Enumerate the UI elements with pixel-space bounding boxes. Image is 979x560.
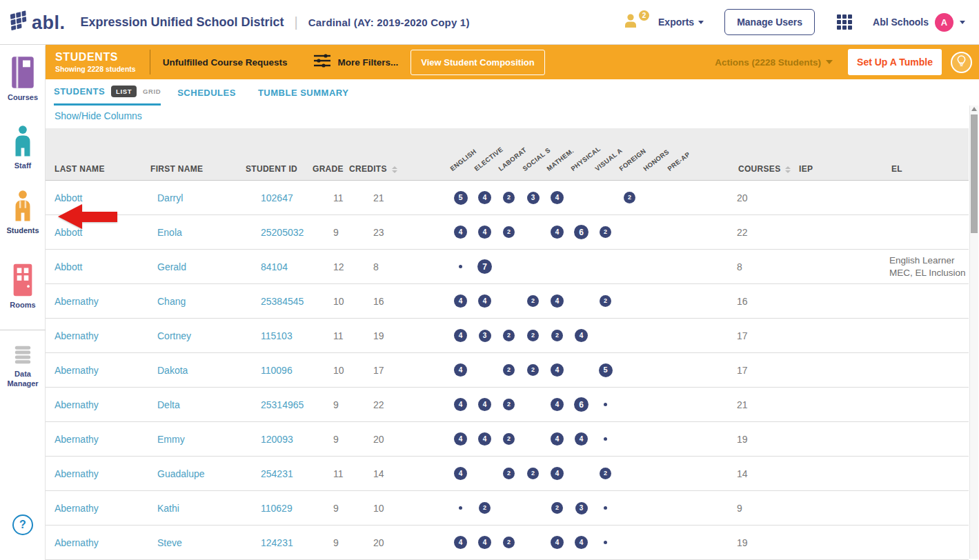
student-id-link[interactable]: 84104 xyxy=(246,261,313,272)
student-last-name-link[interactable]: Abernathy xyxy=(55,399,150,410)
sidebar-item-courses[interactable]: Courses xyxy=(0,54,46,102)
student-id-link[interactable]: 124231 xyxy=(246,537,313,548)
tips-button[interactable] xyxy=(951,52,972,73)
course-count-badge: 4 xyxy=(454,432,467,446)
red-arrow-shaft xyxy=(82,212,117,222)
subject-column-header[interactable]: VISUAL A xyxy=(593,128,617,174)
student-first-name-link[interactable]: Guadalupe xyxy=(150,468,246,479)
student-last-name-link[interactable]: Abernathy xyxy=(55,296,150,307)
student-id-link[interactable]: 25314965 xyxy=(246,399,313,410)
table-row: AbbottGerald8410412878English Learner ME… xyxy=(46,250,969,284)
course-count-badge: 4 xyxy=(551,398,564,411)
student-last-name-link[interactable]: Abbott xyxy=(55,261,150,272)
manage-users-button[interactable]: Manage Users xyxy=(724,9,815,35)
student-first-name-link[interactable]: Emmy xyxy=(150,434,246,445)
student-last-name-link[interactable]: Abernathy xyxy=(55,365,150,376)
course-count-badge: 2 xyxy=(527,468,539,479)
sidebar-item-data-manager[interactable]: Data Manager xyxy=(0,343,46,389)
subject-column-header[interactable]: HONORS xyxy=(642,128,666,174)
column-header-el[interactable]: EL xyxy=(880,164,969,174)
scrollbar-thumb[interactable] xyxy=(971,114,978,233)
apps-grid-icon[interactable] xyxy=(837,14,852,30)
table-row: AbernathyEmmy1200939204424419 xyxy=(46,422,969,457)
course-dot xyxy=(459,265,462,268)
subject-column-header[interactable]: PHYSICAL xyxy=(569,128,593,174)
course-count-badge: 4 xyxy=(551,536,564,549)
school-year-label[interactable]: Cardinal (AY: 2019-2020 Copy 1) xyxy=(308,17,470,28)
sidebar-item-rooms[interactable]: Rooms xyxy=(0,262,46,310)
more-filters-control[interactable]: More Filters... xyxy=(313,53,398,71)
student-first-name-link[interactable]: Dakota xyxy=(150,365,246,376)
pending-users-indicator[interactable]: 2 xyxy=(624,13,640,31)
course-count-badge: 4 xyxy=(478,294,491,308)
student-id-link[interactable]: 25384545 xyxy=(246,296,313,307)
student-last-name-link[interactable]: Abernathy xyxy=(55,468,150,479)
help-button[interactable]: ? xyxy=(12,514,33,535)
student-id-link[interactable]: 102647 xyxy=(246,192,313,203)
tab-tumble-summary[interactable]: TUMBLE SUMMARY xyxy=(258,79,348,106)
district-name: Expression Unified School District xyxy=(81,15,284,30)
course-count-badge: 4 xyxy=(454,363,467,377)
account-menu[interactable]: Abl Schools A xyxy=(873,13,965,32)
column-header-iep[interactable]: IEP xyxy=(790,164,880,174)
student-first-name-link[interactable]: Steve xyxy=(150,537,246,548)
chevron-down-icon xyxy=(826,60,833,64)
show-hide-columns-link[interactable]: Show/Hide Columns xyxy=(55,110,142,121)
sidebar-item-students[interactable]: Students xyxy=(0,188,46,235)
column-header-grade[interactable]: GRADE xyxy=(313,164,349,174)
student-id-link[interactable]: 25205032 xyxy=(246,227,313,238)
sidebar-item-staff[interactable]: Staff xyxy=(0,123,46,170)
subject-column-header[interactable]: ELECTIVE xyxy=(473,128,497,174)
table-row: AbernathyDelta253149659224424621 xyxy=(46,388,969,422)
student-id-link[interactable]: 254231 xyxy=(246,468,313,479)
student-first-name-link[interactable]: Enola xyxy=(150,227,246,238)
course-count-badge: 4 xyxy=(478,432,491,446)
student-courses-count: 21 xyxy=(690,399,790,410)
student-id-link[interactable]: 115103 xyxy=(246,330,313,341)
actions-dropdown[interactable]: Actions (2228 Students) xyxy=(715,57,833,68)
abl-logo[interactable]: abl. xyxy=(8,10,66,34)
tab-schedules[interactable]: SCHEDULES xyxy=(177,79,236,106)
course-count-badge: 3 xyxy=(479,330,491,342)
student-last-name-link[interactable]: Abernathy xyxy=(55,503,150,514)
student-last-name-link[interactable]: Abbott xyxy=(55,192,150,203)
student-last-name-link[interactable]: Abernathy xyxy=(55,537,150,548)
student-first-name-link[interactable]: Cortney xyxy=(150,330,246,341)
student-last-name-link[interactable]: Abernathy xyxy=(55,330,150,341)
subject-column-header[interactable]: LABORAT xyxy=(497,128,521,174)
student-credits: 19 xyxy=(349,330,390,341)
tab-students[interactable]: STUDENTS LIST GRID xyxy=(54,79,161,106)
subject-badges: 44246 xyxy=(448,388,690,421)
subject-column-header[interactable]: SOCIAL S xyxy=(521,128,545,174)
sort-arrows-icon[interactable] xyxy=(392,166,397,173)
column-header-first-name[interactable]: FIRST NAME xyxy=(150,164,246,174)
student-first-name-link[interactable]: Kathi xyxy=(150,503,246,514)
view-student-composition-button[interactable]: View Student Composition xyxy=(411,50,544,75)
vertical-scrollbar[interactable] xyxy=(969,103,978,559)
subject-column-header[interactable]: MATHEM. xyxy=(545,128,569,174)
column-header-student-id[interactable]: STUDENT ID xyxy=(246,164,313,174)
column-header-credits[interactable]: CREDITS xyxy=(349,164,390,174)
student-first-name-link[interactable]: Darryl xyxy=(150,192,246,203)
student-id-link[interactable]: 110096 xyxy=(246,365,313,376)
course-count-badge: 4 xyxy=(454,398,467,411)
student-id-link[interactable]: 110629 xyxy=(246,503,313,514)
course-count-badge: 6 xyxy=(574,225,589,239)
column-header-last-name[interactable]: LAST NAME xyxy=(55,164,150,174)
student-last-name-link[interactable]: Abernathy xyxy=(55,434,150,445)
student-first-name-link[interactable]: Chang xyxy=(150,296,246,307)
column-header-courses[interactable]: COURSES xyxy=(690,164,790,174)
subject-column-header[interactable]: FOREIGN xyxy=(617,128,642,174)
subject-column-header[interactable]: ENGLISH xyxy=(448,128,473,174)
subject-column-header[interactable]: PRE-AP xyxy=(666,128,690,174)
scroll-up-arrow-icon[interactable] xyxy=(971,107,977,111)
student-id-link[interactable]: 120093 xyxy=(246,434,313,445)
grid-view-toggle[interactable]: GRID xyxy=(143,88,161,95)
course-count-badge: 4 xyxy=(478,191,491,204)
student-first-name-link[interactable]: Delta xyxy=(150,399,246,410)
exports-dropdown[interactable]: Exports xyxy=(658,17,704,28)
list-view-toggle[interactable]: LIST xyxy=(111,86,137,97)
set-up-tumble-button[interactable]: Set Up A Tumble xyxy=(848,49,942,75)
unfulfilled-course-requests-link[interactable]: Unfulfilled Course Requests xyxy=(163,57,288,68)
student-first-name-link[interactable]: Gerald xyxy=(150,261,246,272)
